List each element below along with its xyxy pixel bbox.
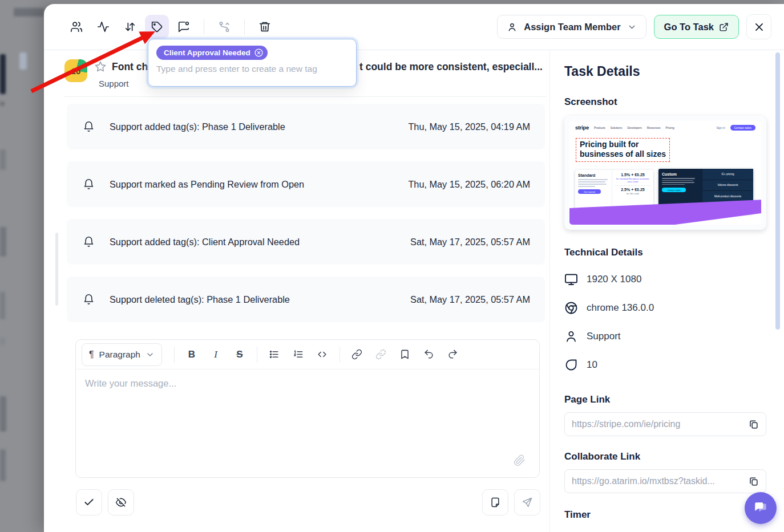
unlink-icon: [375, 349, 386, 360]
unlink-button[interactable]: [369, 343, 393, 366]
go-to-task-button[interactable]: Go To Task: [654, 15, 739, 39]
chevron-down-icon: [627, 22, 637, 32]
screenshot-thumbnail[interactable]: stripe Products Solutions Developers Res…: [564, 116, 766, 230]
paperclip-icon: [514, 454, 526, 466]
close-modal-button[interactable]: [746, 14, 771, 39]
preview-feature: IC+ pricing: [702, 169, 753, 180]
collaborate-link-field: [564, 469, 766, 493]
eye-off-icon: [115, 497, 127, 508]
activity-log-button[interactable]: [91, 15, 115, 39]
internal-note-visibility-button[interactable]: [108, 489, 134, 515]
redo-icon: [447, 349, 458, 360]
message-input[interactable]: [76, 370, 539, 477]
preview-price-2-caption: for UK cards: [615, 192, 651, 195]
undo-button[interactable]: [417, 343, 441, 366]
message-editor: ¶ Paragraph B I S: [75, 339, 540, 478]
code-button[interactable]: [310, 343, 334, 366]
sort-button[interactable]: [118, 15, 142, 39]
chat-bubble-icon: [753, 501, 768, 515]
strikethrough-button[interactable]: S: [228, 343, 252, 366]
bell-icon: [83, 178, 95, 190]
page-link-input[interactable]: [572, 419, 743, 429]
copy-collaborate-link-button[interactable]: [748, 476, 759, 487]
split-task-button[interactable]: [212, 15, 236, 39]
screenshot-label: Screenshot: [564, 96, 784, 108]
preview-contact-sales-cta: Contact sales: [662, 188, 686, 192]
send-message-button[interactable]: [514, 489, 540, 515]
preview-price-1-caption: for standard European economic area card…: [615, 177, 651, 184]
backdrop-blur-block: [0, 396, 6, 432]
assign-team-member-button[interactable]: Assign Team Member: [497, 15, 646, 39]
preview-sign-in: Sign in: [716, 126, 725, 129]
panel-scrollbar[interactable]: [775, 52, 780, 330]
copy-page-link-button[interactable]: [748, 419, 759, 430]
bold-button[interactable]: B: [180, 343, 204, 366]
preview-contact-sales-button: Contact sales: [730, 125, 755, 131]
task-author: Support: [99, 79, 129, 88]
browser-value: chrome 136.0.0: [587, 302, 654, 314]
backdrop-blur-block: [0, 101, 5, 106]
copy-icon: [748, 476, 759, 487]
browser-row: chrome 136.0.0: [564, 294, 784, 322]
bookmark-button[interactable]: [393, 343, 417, 366]
remove-tag-icon[interactable]: [254, 48, 264, 58]
paragraph-style-select[interactable]: ¶ Paragraph: [82, 343, 162, 366]
redo-button[interactable]: [441, 343, 465, 366]
backdrop-blur-block: [0, 149, 6, 170]
star-icon[interactable]: [94, 60, 107, 75]
note-icon: [490, 497, 501, 508]
tag-editor-popup: Client Approval Needed: [148, 39, 357, 87]
preview-custom-title: Custom: [662, 172, 698, 176]
copy-icon: [748, 419, 759, 430]
italic-button[interactable]: I: [204, 343, 228, 366]
delete-task-button[interactable]: [253, 15, 277, 39]
link-button[interactable]: [345, 343, 369, 366]
preview-brand: stripe: [575, 124, 589, 131]
pilcrow-icon: ¶: [89, 350, 94, 360]
task-toolbar: [64, 15, 277, 39]
split-icon: [218, 21, 231, 33]
activity-date: Thu, May 15, 2025, 04:19 AM: [408, 121, 530, 132]
comment-button[interactable]: [172, 15, 196, 39]
new-tag-input[interactable]: [156, 64, 348, 74]
activity-row: Support marked as Pending Review from Op…: [67, 161, 545, 207]
monitor-icon: [564, 273, 578, 286]
preview-headline-line1: Pricing built for: [580, 140, 666, 149]
collaborate-link-input[interactable]: [572, 476, 743, 486]
technical-details-list: 1920 X 1080 chrome 136.0.0 Support 10: [564, 265, 784, 379]
resolve-task-button[interactable]: [76, 489, 102, 515]
preview-nav-item: Solutions: [611, 126, 623, 129]
tag-pill[interactable]: Client Approval Needed: [156, 46, 268, 60]
header-actions: Assign Team Member Go To Task: [497, 14, 771, 39]
page-link-label: Page Link: [564, 394, 784, 405]
activity-scrollbar[interactable]: [55, 233, 58, 306]
preview-headline-selection: Pricing built for businesses of all size…: [576, 138, 670, 162]
chevron-down-icon: [146, 350, 155, 359]
activity-date: Sat, May 17, 2025, 05:57 AM: [410, 237, 530, 247]
bullet-list-button[interactable]: [262, 343, 286, 366]
note-button[interactable]: [482, 489, 508, 515]
technical-details-label: Technical Details: [564, 247, 784, 258]
activity-row: Support added tag(s): Client Approval Ne…: [67, 219, 545, 265]
editor-toolbar-divider: [257, 347, 257, 363]
assignees-button[interactable]: [64, 15, 88, 39]
chat-widget-button[interactable]: [745, 492, 777, 524]
go-to-task-label: Go To Task: [664, 22, 714, 33]
task-avatar: 10: [64, 59, 87, 82]
tag-button[interactable]: [145, 15, 169, 39]
ordered-list-button[interactable]: [286, 343, 310, 366]
code-icon: [317, 349, 328, 360]
toolbar-divider: [204, 19, 204, 34]
backdrop-blur-tab-indicator: [19, 52, 27, 70]
footer-spacer: [140, 489, 476, 515]
tag-icon: [151, 21, 163, 33]
activity-date: Thu, May 15, 2025, 06:20 AM: [408, 179, 530, 190]
collaborate-link-label: Collaborate Link: [564, 451, 784, 462]
activity-text: Support marked as Pending Review from Op…: [110, 179, 304, 190]
attach-file-button[interactable]: [514, 454, 526, 468]
comment-user-icon: [177, 21, 190, 33]
close-icon: [754, 22, 765, 33]
paragraph-style-label: Paragraph: [99, 350, 140, 360]
activity-date: Sat, May 17, 2025, 05:57 AM: [410, 294, 530, 305]
preview-nav-item: Resources: [647, 126, 661, 129]
